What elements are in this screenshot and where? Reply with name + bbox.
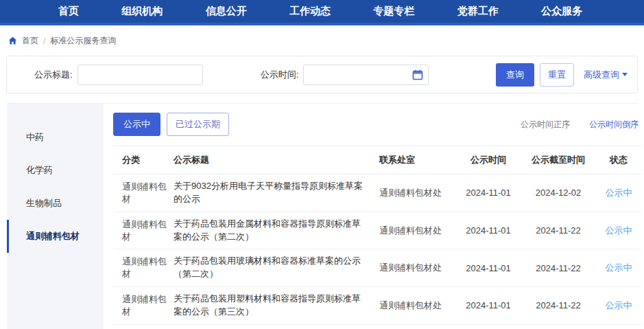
cell-end-date: 2024-11-22 — [521, 324, 596, 329]
time-input[interactable] — [303, 65, 429, 85]
status-badge[interactable]: 公示中 — [606, 225, 632, 236]
sidebar-item-tcm[interactable]: 中药 — [7, 121, 104, 154]
cell-end-date: 2024-11-22 — [521, 287, 596, 325]
sidebar-item-general-excipients-packaging[interactable]: 通则辅料包材 — [7, 220, 104, 253]
nav-item-party-work[interactable]: 党群工作 — [457, 5, 499, 18]
sort-links: 公示时间正序 公示时间倒序 — [521, 119, 641, 131]
cell-department: 通则辅料包材处 — [379, 249, 456, 287]
cell-start-date: 2024-11-01 — [456, 287, 521, 325]
nav-item-special-topics[interactable]: 专题专栏 — [373, 5, 414, 18]
table-row: 通则辅料包材 关于药品包装用金属材料和容器指导原则标准草案的公示（第二次） 通则… — [113, 212, 641, 249]
cell-title-link[interactable]: 关于药品包装用塑料材料和容器指导原则标准草案的公示（第三次） — [174, 287, 379, 325]
cell-department: 通则辅料包材处 — [379, 324, 456, 329]
header-start-date: 公示时间 — [456, 146, 521, 174]
nav-item-public-service[interactable]: 公众服务 — [541, 5, 582, 18]
cell-end-date: 2024-12-02 — [521, 174, 596, 212]
header-status: 状态 — [596, 146, 641, 174]
cell-category: 通则辅料包材 — [113, 174, 174, 212]
header-category: 分类 — [113, 146, 174, 174]
cell-category: 通则辅料包材 — [113, 249, 174, 287]
publicity-table: 分类 公示标题 联系处室 公示时间 公示截至时间 状态 通则辅料包材 关于903… — [113, 146, 641, 329]
cell-department: 通则辅料包材处 — [379, 287, 456, 325]
status-badge[interactable]: 公示中 — [606, 188, 632, 198]
cell-department: 通则辅料包材处 — [379, 174, 456, 212]
cell-title-link[interactable]: 关于药品包装用玻璃材料和容器标准草案的公示（第二次） — [174, 249, 379, 287]
cell-start-date: 2024-11-01 — [456, 249, 521, 287]
breadcrumb-separator: / — [43, 36, 45, 46]
time-field-label: 公示时间: — [261, 69, 299, 81]
table-row: 通则辅料包材 关于9032分析用电子天平称量指导原则标准草案的公示 通则辅料包材… — [113, 174, 641, 212]
list-toolbar: 公示中 已过公示期 公示时间正序 公示时间倒序 — [113, 113, 641, 136]
cell-category: 通则辅料包材 — [113, 324, 174, 329]
nav-item-info-disclosure[interactable]: 信息公开 — [206, 5, 247, 18]
status-badge[interactable]: 公示中 — [606, 300, 632, 310]
reset-button[interactable]: 重置 — [540, 63, 574, 87]
nav-item-home[interactable]: 首页 — [58, 5, 79, 18]
header-end-date: 公示截至时间 — [521, 146, 596, 174]
table-row: 通则辅料包材 关于药品包装用塑料材料和容器指导原则标准草案的公示（第三次） 通则… — [113, 287, 641, 325]
breadcrumb-current: 标准公示服务查询 — [50, 35, 116, 47]
breadcrumb: 首页 / 标准公示服务查询 — [0, 25, 644, 54]
sidebar-item-biologics[interactable]: 生物制品 — [7, 187, 104, 220]
nav-item-work-news[interactable]: 工作动态 — [289, 5, 331, 18]
cell-start-date: 2024-11-01 — [456, 174, 521, 212]
tab-expired-publicity[interactable]: 已过公示期 — [167, 113, 229, 136]
main-panel: 公示中 已过公示期 公示时间正序 公示时间倒序 分类 公示标题 联系处室 公示时… — [104, 104, 644, 329]
cell-end-date: 2024-11-22 — [521, 212, 596, 249]
table-row: 通则辅料包材 关于药品包装用橡胶密封件指导原则标准草案的公示（第二次） 通则辅料… — [113, 324, 641, 329]
top-navigation: 首页 组织机构 信息公开 工作动态 专题专栏 党群工作 公众服务 — [0, 0, 644, 25]
advanced-query-label: 高级查询 — [584, 69, 619, 81]
calendar-icon[interactable] — [412, 69, 423, 80]
sort-time-ascending[interactable]: 公示时间正序 — [521, 119, 570, 131]
cell-department: 通则辅料包材处 — [379, 212, 456, 249]
breadcrumb-home[interactable]: 首页 — [22, 35, 38, 47]
cell-title-link[interactable]: 关于药品包装用橡胶密封件指导原则标准草案的公示（第二次） — [174, 324, 379, 329]
table-row: 通则辅料包材 关于药品包装用玻璃材料和容器标准草案的公示（第二次） 通则辅料包材… — [113, 249, 641, 287]
tab-in-publicity[interactable]: 公示中 — [113, 113, 160, 136]
search-panel: 公示标题: 公示时间: 查询 重置 高级查询 — [6, 56, 638, 93]
chevron-down-icon — [622, 73, 628, 76]
cell-end-date: 2024-11-22 — [521, 249, 596, 287]
advanced-query-link[interactable]: 高级查询 — [584, 69, 628, 81]
cell-start-date: 2024-11-01 — [456, 212, 521, 249]
title-input[interactable] — [77, 65, 203, 85]
status-badge[interactable]: 公示中 — [606, 262, 632, 273]
query-button[interactable]: 查询 — [496, 63, 534, 87]
title-field-label: 公示标题: — [34, 69, 73, 81]
category-sidebar: 中药 化学药 生物制品 通则辅料包材 — [7, 104, 104, 329]
cell-title-link[interactable]: 关于9032分析用电子天平称量指导原则标准草案的公示 — [174, 174, 379, 212]
cell-category: 通则辅料包材 — [113, 287, 174, 325]
nav-item-organization[interactable]: 组织机构 — [121, 5, 163, 18]
sidebar-item-chemical-drugs[interactable]: 化学药 — [7, 154, 104, 187]
header-department: 联系处室 — [379, 146, 456, 174]
content-area: 中药 化学药 生物制品 通则辅料包材 公示中 已过公示期 公示时间正序 公示时间… — [7, 103, 638, 329]
header-title: 公示标题 — [174, 146, 379, 174]
cell-title-link[interactable]: 关于药品包装用金属材料和容器指导原则标准草案的公示（第二次） — [174, 212, 379, 249]
home-icon[interactable] — [8, 36, 17, 45]
cell-start-date: 2024-11-01 — [456, 324, 521, 329]
table-header-row: 分类 公示标题 联系处室 公示时间 公示截至时间 状态 — [113, 146, 641, 174]
cell-category: 通则辅料包材 — [113, 212, 174, 249]
sort-time-descending[interactable]: 公示时间倒序 — [589, 119, 639, 131]
